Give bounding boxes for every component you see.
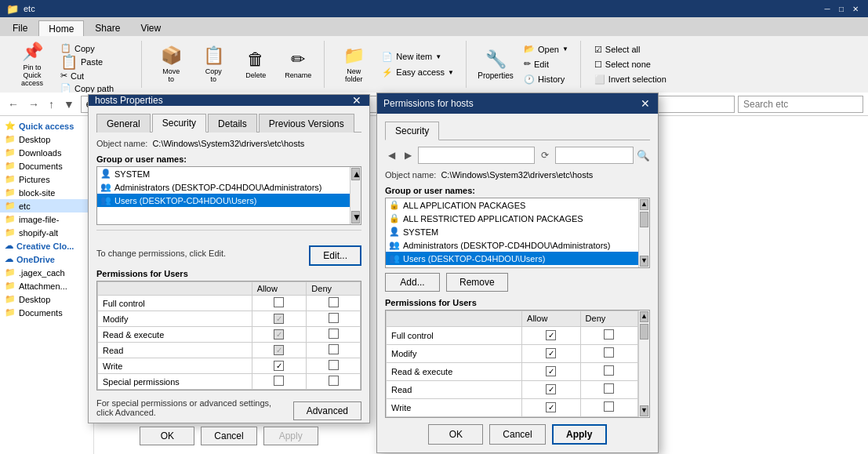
- permissions-back-button[interactable]: ◀: [385, 148, 398, 162]
- readexecute-deny-checkbox[interactable]: [329, 329, 339, 339]
- up-button[interactable]: ↑: [45, 96, 57, 112]
- list-item-system-perms[interactable]: 👤 SYSTEM: [386, 225, 638, 238]
- ribbon-tab-view[interactable]: View: [131, 20, 170, 36]
- readexecute-deny-cb2[interactable]: [604, 365, 614, 376]
- write-allow-cb2[interactable]: [546, 402, 556, 412]
- sidebar-item-imagefile[interactable]: 📁 image-file-: [0, 212, 93, 226]
- tab-security[interactable]: Security: [152, 114, 206, 133]
- invert-selection-button[interactable]: ⬜ Invert selection: [589, 72, 672, 86]
- sidebar-creative-cloud[interactable]: ☁ Creative Clo...: [0, 239, 93, 252]
- modify-allow-cb2[interactable]: [546, 348, 556, 358]
- open-button[interactable]: 📂 Open ▼: [518, 42, 574, 56]
- readexecute-allow-cb2[interactable]: [546, 366, 556, 376]
- move-to-button[interactable]: 📦 Moveto: [151, 42, 191, 86]
- edit-ribbon-button[interactable]: ✏ Edit: [518, 57, 574, 71]
- select-none-button[interactable]: ☐ Select none: [589, 57, 672, 71]
- cut-button[interactable]: ✂ Cut: [55, 70, 135, 82]
- read-allow-checkbox[interactable]: [274, 345, 284, 355]
- sidebar-quick-access[interactable]: ⭐ Quick access: [0, 119, 93, 133]
- list-item-allrestrictedpackages[interactable]: 🔒 ALL RESTRICTED APPLICATION PACKAGES: [386, 212, 638, 225]
- hosts-props-ok-button[interactable]: OK: [140, 427, 194, 445]
- read-deny-checkbox[interactable]: [329, 344, 339, 354]
- list-item-users[interactable]: 👥 Users (DESKTOP-CD4HDOU\Users): [97, 194, 350, 207]
- permissions-ok-button[interactable]: OK: [428, 424, 483, 445]
- special-deny-checkbox[interactable]: [329, 376, 339, 386]
- select-all-label: Select all: [605, 45, 641, 54]
- fullcontrol-deny-cb2[interactable]: [604, 329, 614, 340]
- folder-icon: 📁: [5, 134, 16, 144]
- remove-button[interactable]: Remove: [446, 273, 508, 292]
- sidebar-item-documents2[interactable]: 📁 Documents: [0, 306, 93, 319]
- list-item-administrators-perms[interactable]: 👥 Administrators (DESKTOP-CD4HDOU\Admini…: [386, 238, 638, 252]
- permissions-cancel-button[interactable]: Cancel: [489, 424, 545, 445]
- maximize-button[interactable]: □: [835, 3, 848, 14]
- read-allow-cb2[interactable]: [546, 384, 556, 394]
- edit-button[interactable]: Edit...: [309, 245, 361, 266]
- forward-button[interactable]: →: [25, 96, 42, 112]
- hosts-props-cancel-button[interactable]: Cancel: [201, 427, 256, 445]
- read-deny-cb2[interactable]: [604, 383, 614, 394]
- sidebar-item-jagex[interactable]: 📁 .jagex_cach: [0, 266, 93, 279]
- special-allow-checkbox[interactable]: [274, 376, 284, 386]
- sidebar-item-shopify[interactable]: 📁 shopify-alt: [0, 226, 93, 239]
- sidebar-item-desktop[interactable]: 📁 Desktop: [0, 133, 93, 146]
- readexecute-allow-checkbox[interactable]: [274, 329, 284, 340]
- minimize-button[interactable]: ─: [821, 3, 833, 14]
- write-deny-cb2[interactable]: [604, 401, 614, 412]
- permissions-apply-button[interactable]: Apply: [552, 424, 607, 445]
- sidebar-item-pictures[interactable]: 📁 Pictures: [0, 173, 93, 186]
- sidebar-item-desktop2[interactable]: 📁 Desktop: [0, 292, 93, 306]
- permissions-forward-button[interactable]: ▶: [401, 148, 415, 162]
- history-button[interactable]: 🕐 History: [518, 73, 574, 86]
- sidebar-item-blocksite[interactable]: 📁 block-site: [0, 186, 93, 199]
- sidebar-item-label: shopify-alt: [19, 228, 58, 238]
- delete-button[interactable]: 🗑 Delete: [236, 42, 275, 86]
- easy-access-button[interactable]: ⚡ Easy access ▼: [376, 65, 459, 79]
- modify-deny-cb2[interactable]: [604, 347, 614, 358]
- sidebar-onedrive[interactable]: ☁ OneDrive: [0, 252, 93, 266]
- list-item-users-perms[interactable]: 👥 Users (DESKTOP-CD4HDOU\Users): [386, 252, 638, 265]
- select-all-button[interactable]: ☑ Select all: [589, 42, 672, 56]
- rename-button[interactable]: ✏ Rename: [278, 42, 318, 86]
- new-item-button[interactable]: 📄 New item ▼: [376, 49, 459, 64]
- fullcontrol-allow-cb2[interactable]: [546, 330, 556, 340]
- properties-button[interactable]: 🔧 Properties: [476, 42, 515, 86]
- list-item-administrators[interactable]: 👥 Administrators (DESKTOP-CD4HDOU\Admini…: [97, 180, 350, 194]
- move-label: Moveto: [162, 67, 180, 83]
- advanced-button[interactable]: Advanced: [293, 401, 361, 420]
- sidebar-item-attachments[interactable]: 📁 Attachmen...: [0, 279, 93, 292]
- sidebar-item-documents[interactable]: 📁 Documents: [0, 159, 93, 173]
- close-button[interactable]: ✕: [849, 3, 862, 14]
- list-item-allapppackages[interactable]: 🔒 ALL APPLICATION PACKAGES: [386, 198, 638, 212]
- modify-deny-checkbox[interactable]: [329, 313, 339, 323]
- new-folder-button[interactable]: 📁 Newfolder: [334, 42, 373, 86]
- ribbon-tab-home[interactable]: Home: [38, 20, 84, 36]
- add-button[interactable]: Add...: [385, 273, 440, 292]
- sidebar-item-downloads[interactable]: 📁 Downloads: [0, 146, 93, 159]
- list-item-system[interactable]: 👤 SYSTEM: [97, 167, 350, 180]
- tab-details[interactable]: Details: [208, 114, 257, 133]
- back-button[interactable]: ←: [5, 96, 22, 112]
- permissions-search-button[interactable]: 🔍: [637, 150, 650, 162]
- permissions-close-button[interactable]: ✕: [639, 98, 652, 109]
- tab-previous-versions[interactable]: Previous Versions: [259, 114, 354, 133]
- paste-button[interactable]: 📋 Paste: [55, 55, 135, 69]
- write-deny-checkbox[interactable]: [329, 360, 339, 370]
- copy-button[interactable]: 📋 Copy: [55, 42, 135, 54]
- fullcontrol-allow-checkbox[interactable]: [274, 297, 284, 307]
- write-allow-checkbox[interactable]: [274, 361, 284, 371]
- permissions-tab-security[interactable]: Security: [385, 122, 439, 140]
- permissions-refresh-button[interactable]: ⟳: [538, 148, 552, 162]
- ribbon-tab-file[interactable]: File: [3, 20, 37, 36]
- fullcontrol-deny-checkbox[interactable]: [329, 297, 339, 307]
- hosts-props-apply-button[interactable]: Apply: [263, 427, 318, 445]
- sidebar-item-etc[interactable]: 📁 etc: [0, 199, 93, 212]
- tab-general[interactable]: General: [96, 114, 151, 133]
- ribbon-tab-share[interactable]: Share: [85, 20, 129, 36]
- search-input[interactable]: [738, 96, 863, 113]
- recent-button[interactable]: ▼: [60, 96, 78, 112]
- pin-to-quick-access-button[interactable]: 📌 Pin to Quickaccess: [13, 42, 52, 86]
- copy-to-button[interactable]: 📋 Copyto: [194, 42, 233, 86]
- hosts-props-close-button[interactable]: ✕: [350, 95, 363, 106]
- modify-allow-checkbox[interactable]: [274, 314, 284, 324]
